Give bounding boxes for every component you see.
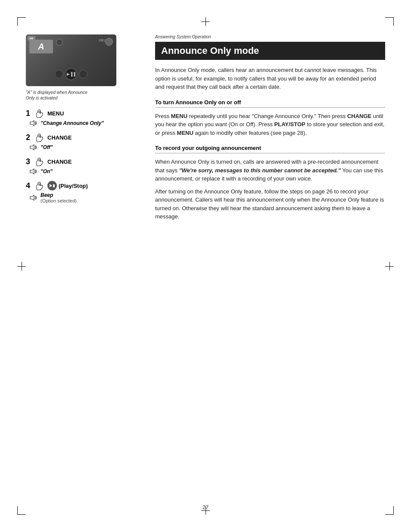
- step-2: 2 CHANGE: [26, 133, 142, 151]
- device-display: A: [29, 40, 53, 53]
- subsection-turn-on-off: To turn Announce Only on or off Press ME…: [155, 99, 385, 137]
- brand-logo: GE: [28, 36, 35, 40]
- play-stop-btn: ▶▐▐: [65, 68, 77, 80]
- step-4-sub: Beep (Option selected): [29, 192, 90, 203]
- step-2-sub-text: "Off": [40, 144, 53, 150]
- step-4-option-selected: (Option selected): [40, 198, 77, 203]
- step-3-sub: "On": [29, 168, 73, 175]
- crosshair-top: [201, 17, 210, 26]
- step-4-label: (Play/Stop): [59, 183, 88, 189]
- right-column: Answering System Operation Announce Only…: [151, 34, 385, 498]
- svg-marker-7: [30, 145, 34, 150]
- step-3-number: 3: [26, 158, 34, 165]
- menu-finger-icon-3: [35, 157, 45, 166]
- corner-mark-tl: [17, 17, 30, 30]
- step-4-number: 4: [26, 182, 34, 190]
- menu-finger-icon-2: [35, 133, 45, 142]
- step-3-label: CHANGE: [47, 159, 72, 165]
- left-column: A DELETE ▶▐▐ GE: [26, 34, 151, 498]
- step-4: 4: [26, 181, 142, 203]
- step-3: 3 CHANGE: [26, 157, 142, 175]
- speaker-icon-2: [29, 144, 39, 151]
- power-button: [56, 39, 63, 46]
- speaker-icon-3: [29, 168, 39, 175]
- step-1-number: 1: [26, 109, 34, 117]
- corner-mark-br: [381, 502, 394, 515]
- nav-area: ▶▐▐: [55, 68, 87, 80]
- subsection-1-title: To turn Announce Only on or off: [155, 99, 385, 108]
- play-stop-icon: [47, 181, 57, 190]
- svg-marker-11: [30, 169, 34, 174]
- device-image: A DELETE ▶▐▐ GE: [26, 34, 116, 86]
- step-4-beep: Beep: [40, 192, 77, 198]
- subsection-record-announcement: To record your outgoing announcement Whe…: [155, 145, 385, 221]
- subsection-1-text: Press MENU repeatedly until you hear "Ch…: [155, 112, 385, 137]
- intro-text: In Announce Only mode, callers hear an a…: [155, 66, 385, 91]
- page-number: 27: [202, 504, 209, 510]
- menu-finger-icon-1: [35, 109, 45, 118]
- subsection-2-title: To record your outgoing announcement: [155, 145, 385, 153]
- device-caption: "A" is displayed when Announce Only is a…: [26, 90, 142, 101]
- step-2-sub: "Off": [29, 144, 73, 151]
- svg-marker-3: [30, 121, 34, 126]
- step-1-label: MENU: [47, 110, 64, 117]
- section-label: Answering System Operation: [155, 34, 385, 39]
- step-3-sub-text: "On": [40, 168, 53, 174]
- step-2-number: 2: [26, 134, 34, 141]
- section-title: Announce Only mode: [155, 42, 385, 60]
- speaker-icon-4: [29, 194, 39, 201]
- nav-btn-left: [55, 70, 63, 78]
- step-1-sub-text: "Change Announce Only": [40, 120, 104, 126]
- svg-marker-15: [30, 195, 34, 200]
- crosshair-right: [385, 262, 394, 271]
- crosshair-left: [17, 262, 26, 271]
- subsection-2-text-2: After turning on the Announce Only featu…: [155, 187, 385, 221]
- corner-mark-bl: [17, 502, 30, 515]
- nav-btn-right: [79, 70, 87, 78]
- speaker-icon-1: [29, 120, 39, 127]
- step-1-sub: "Change Announce Only": [29, 120, 104, 127]
- corner-mark-tr: [381, 17, 394, 30]
- delete-button: [105, 38, 113, 46]
- subsection-2-text-1: When Announce Only is turned on, calls a…: [155, 158, 385, 183]
- step-2-label: CHANGE: [47, 134, 72, 141]
- menu-finger-icon-4: [35, 181, 45, 190]
- step-1: 1 MENU: [26, 109, 142, 127]
